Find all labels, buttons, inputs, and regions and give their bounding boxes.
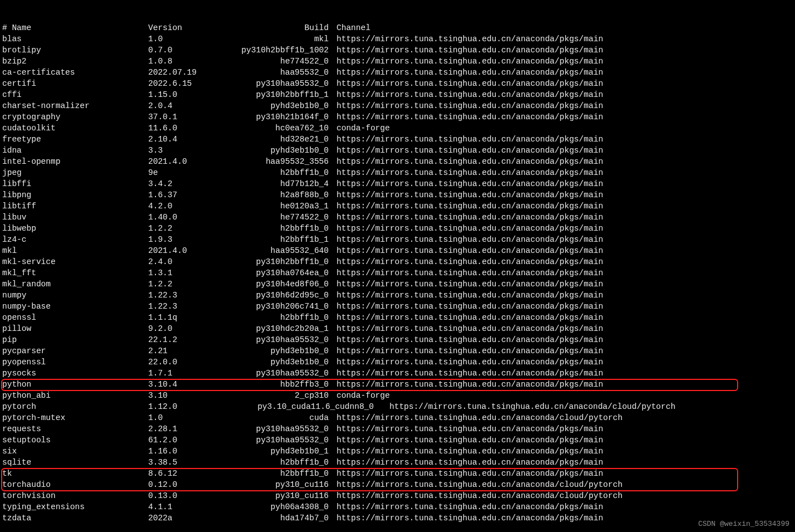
package-row-numpy: numpy1.22.3py310h6d2d95c_0https://mirror… <box>2 290 793 301</box>
package-row-python_abi-channel: conda-forge <box>336 390 390 401</box>
package-row-mkl_fft-channel: https://mirrors.tuna.tsinghua.edu.cn/ana… <box>336 267 603 279</box>
package-row-jpeg-build: h2bbff1b_0 <box>206 167 336 178</box>
package-row-blas: blas1.0mklhttps://mirrors.tuna.tsinghua.… <box>2 33 793 45</box>
package-row-ca-certificates-name: ca-certificates <box>2 67 148 78</box>
package-row-idna: idna3.3pyhd3eb1b0_0https://mirrors.tuna.… <box>2 145 793 156</box>
package-row-certifi: certifi2022.6.15py310haa95532_0https://m… <box>2 78 793 89</box>
package-row-python-channel: https://mirrors.tuna.tsinghua.edu.cn/ana… <box>336 379 603 390</box>
package-row-intel-openmp-build: haa95532_3556 <box>206 156 336 167</box>
package-row-six-version: 1.16.0 <box>148 446 206 457</box>
package-row-tzdata-version: 2022a <box>148 513 206 524</box>
package-row-torchaudio-build: py310_cu116 <box>206 479 336 490</box>
package-row-torchvision-build: py310_cu116 <box>206 490 336 501</box>
package-row-pysocks: pysocks1.7.1py310haa95532_0https://mirro… <box>2 368 793 379</box>
package-row-tk-name: tk <box>2 468 148 479</box>
package-row-cudatoolkit-channel: conda-forge <box>336 123 390 134</box>
package-row-libuv-name: libuv <box>2 212 148 223</box>
package-row-bzip2-build: he774522_0 <box>206 56 336 67</box>
package-row-pycparser: pycparser2.21pyhd3eb1b0_0https://mirrors… <box>2 345 793 357</box>
package-row-pycparser-build: pyhd3eb1b0_0 <box>206 345 336 357</box>
package-row-mkl: mkl2021.4.0haa95532_640https://mirrors.t… <box>2 245 793 256</box>
package-row-python-version: 3.10.4 <box>148 379 206 390</box>
package-row-mkl_random-channel: https://mirrors.tuna.tsinghua.edu.cn/ana… <box>336 279 603 290</box>
package-row-libwebp-channel: https://mirrors.tuna.tsinghua.edu.cn/ana… <box>336 223 603 234</box>
package-row-blas-build: mkl <box>206 33 336 45</box>
package-row-pycparser-name: pycparser <box>2 345 148 357</box>
package-row-typing_extensions-name: typing_extensions <box>2 501 148 513</box>
package-row-charset-normalizer-build: pyhd3eb1b0_0 <box>206 100 336 111</box>
package-row-libuv-version: 1.40.0 <box>148 212 206 223</box>
package-row-cryptography: cryptography37.0.1py310h21b164f_0https:/… <box>2 111 793 123</box>
package-row-pycparser-channel: https://mirrors.tuna.tsinghua.edu.cn/ana… <box>336 345 603 357</box>
package-row-libffi-version: 3.4.2 <box>148 178 206 189</box>
package-row-cudatoolkit: cudatoolkit11.6.0hc0ea762_10conda-forge <box>2 123 793 134</box>
package-row-mkl-service: mkl-service2.4.0py310h2bbff1b_0https://m… <box>2 256 793 267</box>
package-row-charset-normalizer-channel: https://mirrors.tuna.tsinghua.edu.cn/ana… <box>336 100 603 111</box>
package-row-setuptools-channel: https://mirrors.tuna.tsinghua.edu.cn/ana… <box>336 435 603 446</box>
package-row-pillow-build: py310hdc2b20a_1 <box>206 323 336 334</box>
package-row-numpy-build: py310h6d2d95c_0 <box>206 290 336 301</box>
package-row-pyopenssl-name: pyopenssl <box>2 357 148 368</box>
package-row-intel-openmp: intel-openmp2021.4.0haa95532_3556https:/… <box>2 156 793 167</box>
package-row-pytorch-mutex: pytorch-mutex1.0cudahttps://mirrors.tuna… <box>2 412 793 423</box>
package-row-openssl-channel: https://mirrors.tuna.tsinghua.edu.cn/ana… <box>336 312 603 323</box>
package-row-certifi-version: 2022.6.15 <box>148 78 206 89</box>
package-row-pytorch-name: pytorch <box>2 401 148 412</box>
package-row-pyopenssl-build: pyhd3eb1b0_0 <box>206 357 336 368</box>
package-row-mkl_random-version: 1.2.2 <box>148 279 206 290</box>
package-row-cffi-version: 1.15.0 <box>148 89 206 100</box>
header-row-version: Version <box>148 22 206 33</box>
package-row-python_abi-build: 2_cp310 <box>206 390 336 401</box>
package-row-typing_extensions-build: pyh06a4308_0 <box>206 501 336 513</box>
package-row-cffi-build: py310h2bbff1b_1 <box>206 89 336 100</box>
package-row-torchvision: torchvision0.13.0py310_cu116https://mirr… <box>2 490 793 501</box>
package-row-intel-openmp-name: intel-openmp <box>2 156 148 167</box>
package-row-numpy-version: 1.22.3 <box>148 290 206 301</box>
package-row-lz4-c-channel: https://mirrors.tuna.tsinghua.edu.cn/ana… <box>336 234 603 245</box>
package-row-six-channel: https://mirrors.tuna.tsinghua.edu.cn/ana… <box>336 446 603 457</box>
package-row-pytorch-mutex-channel: https://mirrors.tuna.tsinghua.edu.cn/ana… <box>336 412 622 423</box>
header-row: # NameVersionBuildChannel <box>2 22 793 33</box>
package-row-sqlite-channel: https://mirrors.tuna.tsinghua.edu.cn/ana… <box>336 457 603 468</box>
package-row-tk-build: h2bbff1b_0 <box>206 468 336 479</box>
package-row-numpy-base-build: py310h206c741_0 <box>206 301 336 312</box>
package-row-lz4-c-build: h2bbff1b_1 <box>206 234 336 245</box>
package-row-libpng-build: h2a8f88b_0 <box>206 189 336 201</box>
package-row-cryptography-version: 37.0.1 <box>148 111 206 123</box>
package-row-libpng-channel: https://mirrors.tuna.tsinghua.edu.cn/ana… <box>336 189 603 201</box>
package-row-pillow: pillow9.2.0py310hdc2b20a_1https://mirror… <box>2 323 793 334</box>
package-row-setuptools-build: py310haa95532_0 <box>206 435 336 446</box>
package-row-torchaudio: torchaudio0.12.0py310_cu116https://mirro… <box>2 479 793 490</box>
package-row-pysocks-build: py310haa95532_0 <box>206 368 336 379</box>
package-row-certifi-name: certifi <box>2 78 148 89</box>
package-row-tzdata-channel: https://mirrors.tuna.tsinghua.edu.cn/ana… <box>336 513 603 524</box>
package-row-requests-name: requests <box>2 423 148 435</box>
package-row-six-build: pyhd3eb1b0_1 <box>206 446 336 457</box>
package-row-certifi-channel: https://mirrors.tuna.tsinghua.edu.cn/ana… <box>336 78 603 89</box>
package-row-pip-version: 22.1.2 <box>148 334 206 345</box>
package-row-intel-openmp-channel: https://mirrors.tuna.tsinghua.edu.cn/ana… <box>336 156 603 167</box>
package-row-pytorch-mutex-build: cuda <box>206 412 336 423</box>
package-row-torchaudio-version: 0.12.0 <box>148 479 206 490</box>
package-row-libwebp-build: h2bbff1b_0 <box>206 223 336 234</box>
package-row-python: python3.10.4hbb2ffb3_0https://mirrors.tu… <box>2 379 793 390</box>
package-row-mkl-service-channel: https://mirrors.tuna.tsinghua.edu.cn/ana… <box>336 256 603 267</box>
package-row-typing_extensions: typing_extensions4.1.1pyh06a4308_0https:… <box>2 501 793 513</box>
package-row-libwebp-name: libwebp <box>2 223 148 234</box>
package-row-mkl_fft-name: mkl_fft <box>2 267 148 279</box>
package-row-cudatoolkit-name: cudatoolkit <box>2 123 148 134</box>
package-row-tzdata-name: tzdata <box>2 513 148 524</box>
package-row-mkl-build: haa95532_640 <box>206 245 336 256</box>
package-row-typing_extensions-version: 4.1.1 <box>148 501 206 513</box>
package-row-tzdata-build: hda174b7_0 <box>206 513 336 524</box>
package-row-libffi: libffi3.4.2hd77b12b_4https://mirrors.tun… <box>2 178 793 189</box>
package-row-numpy-base-name: numpy-base <box>2 301 148 312</box>
package-row-mkl_random-build: py310h4ed8f06_0 <box>206 279 336 290</box>
package-row-pytorch-mutex-name: pytorch-mutex <box>2 412 148 423</box>
package-row-pysocks-name: pysocks <box>2 368 148 379</box>
package-row-idna-version: 3.3 <box>148 145 206 156</box>
package-row-libuv-build: he774522_0 <box>206 212 336 223</box>
package-row-freetype-name: freetype <box>2 134 148 145</box>
package-row-openssl-name: openssl <box>2 312 148 323</box>
package-row-lz4-c-version: 1.9.3 <box>148 234 206 245</box>
